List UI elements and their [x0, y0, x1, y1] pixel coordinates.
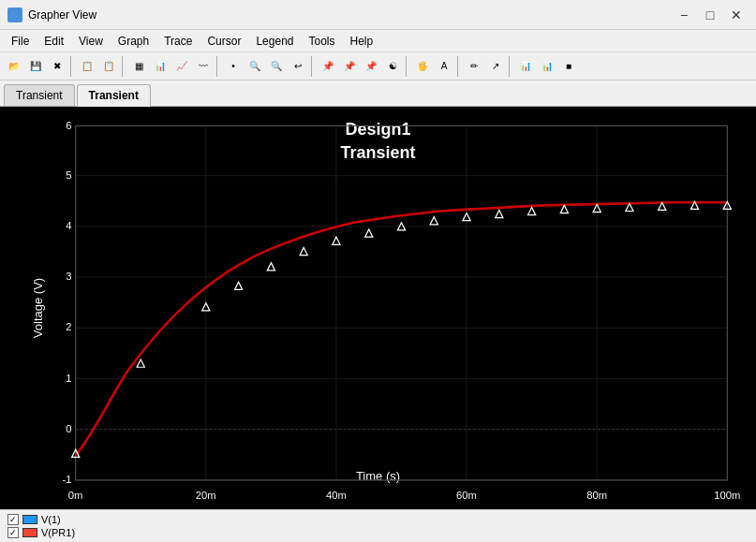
toolbar-btn-pin1[interactable]: 📌: [318, 56, 338, 77]
toolbar-separator: [457, 56, 461, 77]
legend-checkbox-v1[interactable]: ✓: [7, 514, 19, 525]
menu-bar: FileEditViewGraphTraceCursorLegendToolsH…: [0, 30, 756, 52]
toolbar-btn-pin2[interactable]: 📌: [339, 56, 360, 77]
svg-marker-36: [365, 229, 373, 237]
menu-item-edit[interactable]: Edit: [37, 33, 71, 50]
toolbar-separator: [122, 56, 126, 77]
svg-marker-30: [137, 359, 144, 367]
svg-text:80m: 80m: [586, 490, 607, 501]
svg-text:40m: 40m: [326, 490, 347, 501]
title-bar: Grapher View − □ ✕: [0, 0, 756, 30]
toolbar-separator: [406, 56, 409, 77]
svg-text:6: 6: [66, 120, 71, 131]
toolbar-btn-dots[interactable]: •: [223, 56, 244, 77]
maximize-button[interactable]: □: [698, 3, 722, 27]
toolbar-btn-cursor[interactable]: ↗: [485, 56, 506, 77]
svg-marker-32: [235, 282, 243, 289]
toolbar-separator: [70, 56, 74, 77]
svg-marker-40: [496, 210, 503, 217]
toolbar-btn-open[interactable]: 📂: [4, 56, 24, 77]
toolbar-btn-close[interactable]: ✖: [47, 56, 67, 77]
toolbar-btn-grid[interactable]: ▦: [128, 56, 149, 77]
toolbar-btn-symbol[interactable]: ☯: [382, 56, 403, 77]
chart-svg: -1 0 1 2 3 4 5 6 0m 20m 40m 60m 80m 100m: [47, 107, 756, 519]
toolbar-btn-zoom-in[interactable]: 🔍: [245, 56, 265, 77]
legend-item-vpr1: ✓ V(PR1): [7, 527, 749, 538]
toolbar-btn-save[interactable]: 💾: [25, 56, 46, 77]
legend-label-vpr1: V(PR1): [41, 527, 75, 538]
close-button[interactable]: ✕: [724, 3, 749, 27]
tab-1[interactable]: Transient: [77, 84, 151, 107]
graph-container: Design1 Transient Voltage (V) Time (s): [0, 107, 756, 509]
window-controls: − □ ✕: [672, 3, 749, 27]
toolbar-separator: [509, 56, 512, 77]
menu-item-file[interactable]: File: [4, 33, 37, 50]
svg-text:3: 3: [66, 271, 71, 282]
menu-item-help[interactable]: Help: [343, 33, 381, 50]
svg-marker-34: [300, 247, 307, 255]
toolbar-btn-bar-chart[interactable]: 📊: [150, 56, 170, 77]
toolbar-btn-pin3[interactable]: 📌: [361, 56, 381, 77]
toolbar-btn-chart1[interactable]: 📊: [515, 56, 536, 77]
svg-marker-38: [430, 217, 437, 225]
toolbar-btn-pan[interactable]: 🖐: [412, 56, 433, 77]
y-axis-label: Voltage (V): [31, 278, 45, 338]
svg-text:4: 4: [66, 220, 71, 231]
toolbar-btn-draw[interactable]: ✏: [464, 56, 484, 77]
toolbar-btn-stop[interactable]: ■: [558, 56, 579, 77]
toolbar-separator: [216, 56, 220, 77]
tab-0[interactable]: Transient: [4, 84, 75, 106]
toolbar-btn-zoom-out[interactable]: 🔍: [266, 56, 287, 77]
toolbar-btn-copy[interactable]: 📋: [77, 56, 97, 77]
menu-item-graph[interactable]: Graph: [111, 33, 156, 50]
svg-text:5: 5: [66, 169, 71, 181]
svg-text:1: 1: [66, 373, 71, 384]
svg-text:60m: 60m: [456, 490, 477, 501]
toolbar-btn-text[interactable]: A: [434, 56, 454, 77]
menu-item-tools[interactable]: Tools: [301, 33, 342, 50]
window-title: Grapher View: [28, 8, 672, 22]
menu-item-cursor[interactable]: Cursor: [200, 33, 248, 50]
svg-text:100m: 100m: [714, 490, 740, 501]
menu-item-trace[interactable]: Trace: [156, 33, 200, 50]
minimize-button[interactable]: −: [672, 3, 696, 27]
legend-color-vpr1: [22, 528, 37, 537]
svg-rect-28: [76, 125, 728, 479]
svg-text:0m: 0m: [68, 490, 83, 501]
svg-marker-33: [267, 263, 274, 271]
svg-marker-42: [560, 205, 568, 212]
legend-color-v1: [22, 515, 37, 524]
toolbar-btn-line-chart[interactable]: 📈: [171, 56, 192, 77]
toolbar-btn-wave[interactable]: 〰: [193, 56, 214, 77]
toolbar: 📂💾✖📋📋▦📊📈〰•🔍🔍↩📌📌📌☯🖐A✏↗📊📊■: [0, 52, 756, 81]
tab-bar: TransientTransient: [0, 81, 756, 107]
svg-text:2: 2: [66, 321, 71, 332]
toolbar-btn-undo[interactable]: ↩: [288, 56, 308, 77]
toolbar-btn-chart2[interactable]: 📊: [537, 56, 557, 77]
svg-text:20m: 20m: [196, 490, 216, 501]
menu-item-view[interactable]: View: [71, 33, 111, 50]
menu-item-legend[interactable]: Legend: [248, 33, 301, 50]
svg-text:-1: -1: [63, 474, 72, 485]
svg-marker-41: [528, 207, 536, 214]
legend-checkbox-vpr1[interactable]: ✓: [7, 527, 19, 538]
svg-text:0: 0: [66, 423, 71, 434]
toolbar-separator: [311, 56, 315, 77]
app-icon: [7, 7, 22, 22]
toolbar-btn-paste[interactable]: 📋: [98, 56, 119, 77]
